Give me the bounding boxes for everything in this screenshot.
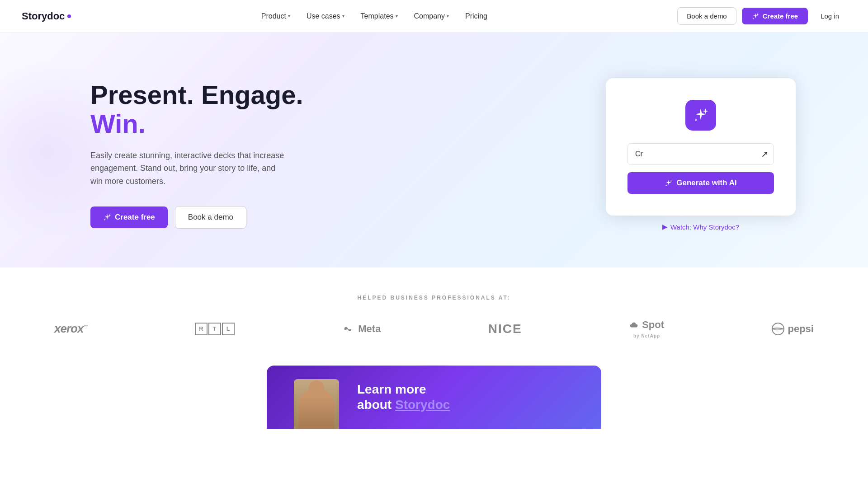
video-title-part1: Learn more: [357, 382, 426, 396]
video-title-highlight: Storydoc: [395, 398, 450, 412]
create-free-nav-button[interactable]: Create free: [742, 8, 808, 24]
video-text-block: Learn more about Storydoc: [357, 382, 450, 412]
hero-title: Present. Engage. Win.: [90, 80, 303, 138]
book-demo-button[interactable]: Book a demo: [677, 7, 736, 25]
cursor-icon: ↗: [761, 149, 769, 160]
logo-text: Storydoc: [22, 10, 65, 22]
chevron-down-icon: ▾: [396, 14, 398, 19]
logo-dot: [67, 14, 71, 18]
nav-usecases-label: Use cases: [307, 12, 340, 20]
hero-title-line2: Win.: [90, 109, 146, 138]
nav-item-company[interactable]: Company ▾: [407, 9, 456, 24]
meta-infinity-icon: [342, 325, 354, 333]
hero-section: Present. Engage. Win. Easily create stun…: [0, 33, 868, 267]
spot-text: Spot: [642, 319, 664, 331]
watch-link[interactable]: ▶ Watch: Why Storydoc?: [662, 223, 739, 231]
rtl-l-box: L: [222, 323, 235, 335]
nav-pricing-label: Pricing: [465, 12, 487, 20]
logos-label: HELPED BUSINESS PROFESSIONALS AT:: [54, 295, 814, 301]
pepsi-text: pepsi: [788, 323, 814, 335]
nav-product-label: Product: [261, 12, 286, 20]
nav-company-label: Company: [414, 12, 445, 20]
hero-left: Present. Engage. Win. Easily create stun…: [90, 80, 303, 229]
ai-text-input[interactable]: [627, 143, 774, 165]
sparkle-icon: [665, 179, 673, 187]
ai-input-area: ↗ Generate with AI: [627, 143, 774, 194]
logos-row: xerox™ R T L Meta NICE: [54, 319, 814, 338]
nav-item-usecases[interactable]: Use cases ▾: [299, 9, 352, 24]
ai-input-row: ↗: [627, 143, 774, 165]
hero-subtitle: Easily create stunning, interactive deck…: [90, 149, 289, 188]
logo-spot: Spot by NetApp: [629, 319, 664, 338]
sparkle-icon: [752, 13, 759, 20]
hero-title-line1: Present. Engage.: [90, 80, 303, 109]
pepsi-circle-icon: [772, 323, 784, 335]
book-demo-hero-button[interactable]: Book a demo: [175, 206, 246, 229]
ai-icon-container: [685, 100, 716, 131]
sparkle-icon: [103, 213, 111, 221]
nav-item-templates[interactable]: Templates ▾: [354, 9, 405, 24]
ai-sparkle-icon: [693, 107, 709, 123]
logo-meta: Meta: [342, 323, 381, 335]
video-card-title: Learn more about Storydoc: [357, 382, 450, 412]
nav-item-product[interactable]: Product ▾: [254, 9, 297, 24]
logo-pepsi: pepsi: [772, 323, 814, 335]
logos-section: HELPED BUSINESS PROFESSIONALS AT: xerox™…: [0, 267, 868, 357]
rtl-r-box: R: [195, 323, 208, 335]
watch-label: Watch: Why Storydoc?: [670, 223, 739, 231]
nav-menu: Product ▾ Use cases ▾ Templates ▾ Compan…: [254, 9, 495, 24]
video-section: Learn more about Storydoc: [0, 357, 868, 429]
video-title-part2: about: [357, 398, 395, 412]
logo-rtl: R T L: [195, 323, 235, 335]
ai-card: ↗ Generate with AI: [606, 78, 796, 216]
video-thumbnail: [294, 379, 339, 429]
rtl-t-box: T: [208, 323, 221, 335]
navbar: Storydoc Product ▾ Use cases ▾ Templates…: [0, 0, 868, 33]
logo-nice: NICE: [488, 322, 522, 336]
login-button[interactable]: Log in: [813, 8, 846, 24]
spot-cloud-icon: [629, 320, 639, 330]
chevron-down-icon: ▾: [447, 14, 449, 19]
create-free-nav-label: Create free: [763, 12, 798, 20]
logo-xerox: xerox™: [54, 322, 87, 336]
spot-subtitle: by NetApp: [633, 333, 660, 338]
create-free-hero-label: Create free: [115, 213, 155, 222]
video-container: Learn more about Storydoc: [267, 357, 601, 429]
nav-item-pricing[interactable]: Pricing: [458, 9, 495, 24]
chevron-down-icon: ▾: [288, 14, 290, 19]
nav-templates-label: Templates: [361, 12, 394, 20]
generate-with-ai-button[interactable]: Generate with AI: [627, 172, 774, 194]
video-card: Learn more about Storydoc: [267, 366, 601, 429]
person-head: [309, 380, 324, 396]
navbar-actions: Book a demo Create free Log in: [677, 7, 846, 25]
hero-buttons: Create free Book a demo: [90, 206, 303, 229]
hero-right: ↗ Generate with AI ▶ Watch: Why Storydoc…: [606, 78, 796, 231]
create-free-hero-button[interactable]: Create free: [90, 206, 168, 228]
meta-text: Meta: [358, 323, 381, 335]
play-icon: ▶: [662, 223, 668, 231]
chevron-down-icon: ▾: [342, 14, 344, 19]
xerox-text: xerox™: [54, 322, 87, 335]
nice-text: NICE: [488, 322, 522, 336]
logo[interactable]: Storydoc: [22, 10, 71, 22]
generate-label: Generate with AI: [676, 178, 737, 188]
